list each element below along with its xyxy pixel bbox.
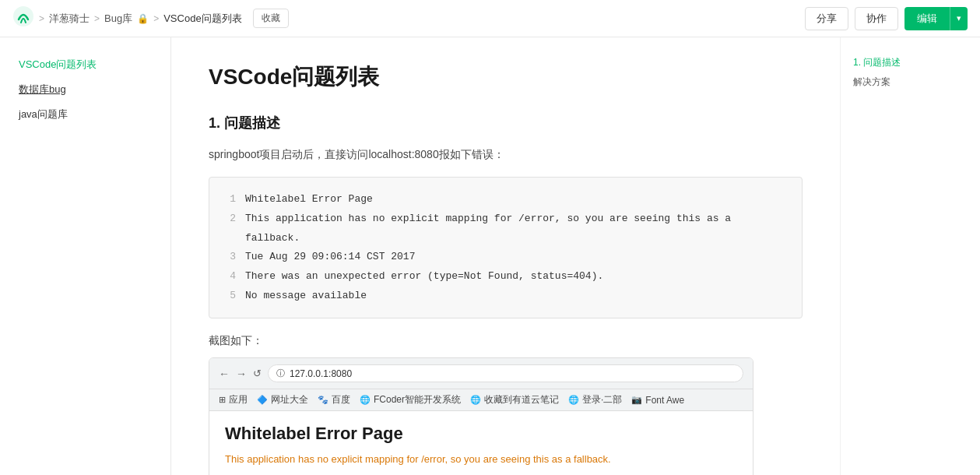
lock-icon: 🔒 [137, 13, 149, 24]
browser-url-text: 127.0.0.1:8080 [290, 368, 352, 379]
svg-point-0 [13, 6, 33, 26]
page-title: VSCode问题列表 [209, 62, 803, 92]
code-line-1: 1 Whitelabel Error Page [225, 190, 786, 209]
breadcrumb-item-user[interactable]: 洋葱骑士 [49, 12, 90, 26]
section-title-1: 1. 问题描述 [209, 114, 803, 132]
breadcrumb-item-bugrepo[interactable]: Bug库 [104, 12, 132, 26]
navbar-actions: 分享 协作 编辑 ▾ [805, 7, 968, 30]
bookmark-login[interactable]: 🌐 登录·二部 [568, 393, 622, 406]
toc-item-2[interactable]: 解决方案 [853, 72, 968, 92]
bookmark-baidu-label: 百度 [332, 393, 350, 406]
browser-mockup: ← → ↺ ⓘ 127.0.0.1:8080 ⊞ 应用 🔷 [209, 357, 753, 475]
browser-page-content: Whitelabel Error Page This application h… [209, 411, 753, 475]
screenshot-label: 截图如下： [209, 334, 803, 348]
bookmark-baidu[interactable]: 🐾 百度 [318, 393, 350, 406]
bookmark-urlnav-label: 网址大全 [271, 393, 308, 406]
browser-info-icon: ⓘ [276, 368, 285, 379]
code-line-5: 5 No message available [225, 287, 786, 306]
youdao-icon: 🌐 [470, 395, 481, 405]
browser-refresh-button[interactable]: ↺ [253, 368, 262, 379]
urlnav-icon: 🔷 [257, 395, 268, 405]
toc-sidebar: 1. 问题描述 解决方案 [840, 37, 980, 475]
main-layout: VSCode问题列表 数据库bug java问题库 VSCode问题列表 1. … [0, 37, 980, 475]
fontawe-icon: 📷 [631, 395, 642, 405]
browser-error-title: Whitelabel Error Page [225, 424, 737, 444]
chevron-down-icon: ▾ [957, 13, 961, 23]
left-sidebar: VSCode问题列表 数据库bug java问题库 [0, 37, 171, 475]
edit-dropdown-button[interactable]: ▾ [950, 7, 968, 30]
login-icon: 🌐 [568, 395, 579, 405]
bookmark-apps[interactable]: ⊞ 应用 [219, 393, 248, 406]
line-num-1: 1 [225, 190, 236, 209]
share-button[interactable]: 分享 [805, 7, 848, 30]
code-text-1: Whitelabel Error Page [245, 190, 373, 209]
bookmark-fcoder-label: FCoder智能开发系统 [374, 393, 461, 406]
line-num-4: 4 [225, 267, 236, 287]
breadcrumb-item-current: VSCode问题列表 [163, 12, 241, 26]
main-content-area: VSCode问题列表 1. 问题描述 springboot项目启动后，直接访问l… [171, 37, 840, 475]
breadcrumb-area: > 洋葱骑士 > Bug库 🔒 > VSCode问题列表 收藏 [12, 5, 289, 32]
toc-item-1[interactable]: 1. 问题描述 [853, 53, 968, 72]
line-num-5: 5 [225, 287, 236, 306]
top-navbar: > 洋葱骑士 > Bug库 🔒 > VSCode问题列表 收藏 分享 协作 编辑… [0, 0, 980, 37]
breadcrumb-sep-3: > [153, 13, 159, 24]
sidebar-item-java[interactable]: java问题库 [12, 103, 158, 126]
baidu-icon: 🐾 [318, 395, 328, 405]
bookmark-youdao[interactable]: 🌐 收藏到有道云笔记 [470, 393, 559, 406]
app-logo-icon[interactable] [12, 5, 34, 32]
browser-error-desc: This application has no explicit mapping… [225, 452, 737, 468]
collab-button[interactable]: 协作 [855, 7, 898, 30]
bookmark-fontawe[interactable]: 📷 Font Awe [631, 395, 684, 406]
edit-button-group: 编辑 ▾ [904, 7, 968, 30]
code-line-2: 2 This application has no explicit mappi… [225, 209, 786, 248]
error-code-block: 1 Whitelabel Error Page 2 This applicati… [209, 177, 803, 318]
code-line-4: 4 There was an unexpected error (type=No… [225, 267, 786, 287]
bookmark-login-label: 登录·二部 [582, 393, 622, 406]
collect-button[interactable]: 收藏 [253, 9, 289, 28]
edit-button[interactable]: 编辑 [904, 7, 950, 30]
section-problem-description: 1. 问题描述 springboot项目启动后，直接访问localhost:80… [209, 114, 803, 475]
fcoder-icon: 🌐 [360, 395, 371, 405]
browser-address-bar: ← → ↺ ⓘ 127.0.0.1:8080 [209, 358, 753, 389]
code-text-5: No message available [245, 287, 367, 306]
section-desc-1: springboot项目启动后，直接访问localhost:8080报如下错误： [209, 145, 803, 164]
code-text-4: There was an unexpected error (type=Not … [245, 267, 603, 287]
bookmark-urlnav[interactable]: 🔷 网址大全 [257, 393, 308, 406]
code-text-3: Tue Aug 29 09:06:14 CST 2017 [245, 248, 415, 267]
sidebar-item-database[interactable]: 数据库bug [12, 78, 158, 101]
bookmark-apps-label: 应用 [229, 393, 248, 406]
browser-url-bar[interactable]: ⓘ 127.0.0.1:8080 [268, 364, 743, 382]
bookmark-fontawe-label: Font Awe [645, 395, 684, 406]
code-line-3: 3 Tue Aug 29 09:06:14 CST 2017 [225, 248, 786, 267]
breadcrumb-sep-1: > [39, 13, 44, 24]
sidebar-item-vscode[interactable]: VSCode问题列表 [12, 53, 158, 76]
browser-bookmarks-bar: ⊞ 应用 🔷 网址大全 🐾 百度 🌐 FCoder智能开发系统 [209, 389, 753, 411]
bookmark-fcoder[interactable]: 🌐 FCoder智能开发系统 [360, 393, 461, 406]
bookmark-youdao-label: 收藏到有道云笔记 [484, 393, 559, 406]
browser-forward-button[interactable]: → [236, 368, 247, 380]
line-num-2: 2 [225, 209, 236, 248]
breadcrumb-sep-2: > [94, 13, 100, 24]
apps-grid-icon: ⊞ [219, 395, 226, 405]
browser-back-button[interactable]: ← [219, 368, 230, 380]
code-text-2: This application has no explicit mapping… [245, 209, 786, 248]
line-num-3: 3 [225, 248, 236, 267]
